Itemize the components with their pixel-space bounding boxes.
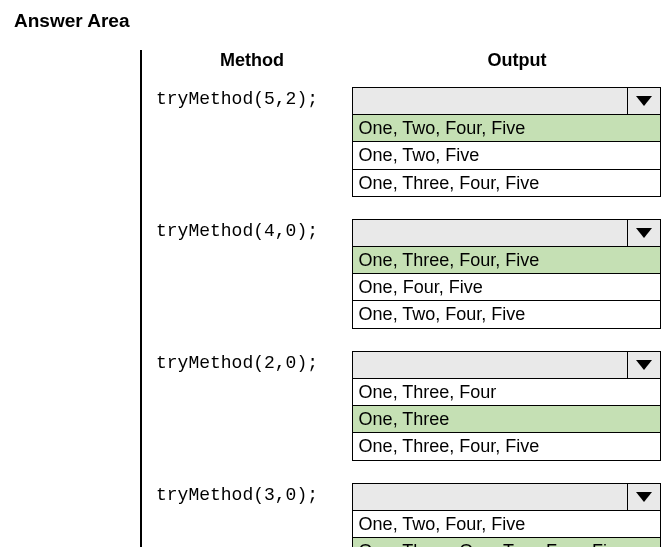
dropdown-display (353, 88, 628, 114)
output-cell: One, Three, Four, Five One, Four, Five O… (352, 219, 661, 329)
dropdown-option[interactable]: One, Three, Four (353, 379, 660, 406)
chevron-down-icon (636, 360, 652, 370)
dropdown-option[interactable]: One, Two, Four, Five (353, 511, 660, 538)
output-cell: One, Two, Four, Five One, Three, One, Tw… (352, 483, 661, 547)
method-call: tryMethod(3,0); (142, 483, 352, 547)
column-headers: Method Output (142, 50, 661, 71)
dropdown-arrow-button[interactable] (628, 88, 660, 114)
dropdown-arrow-button[interactable] (628, 220, 660, 246)
dropdown-option[interactable]: One, Three (353, 406, 660, 433)
dropdown-display (353, 352, 628, 378)
dropdown-display (353, 220, 628, 246)
method-call: tryMethod(5,2); (142, 87, 352, 197)
question-row: tryMethod(2,0); One, Three, Four One, Th… (142, 351, 661, 461)
svg-marker-1 (636, 228, 652, 238)
method-call: tryMethod(2,0); (142, 351, 352, 461)
question-row: tryMethod(3,0); One, Two, Four, Five One… (142, 483, 661, 547)
dropdown[interactable] (352, 351, 661, 379)
dropdown[interactable] (352, 219, 661, 247)
dropdown-options: One, Two, Four, Five One, Three, One, Tw… (352, 511, 661, 547)
chevron-down-icon (636, 96, 652, 106)
question-row: tryMethod(4,0); One, Three, Four, Five O… (142, 219, 661, 329)
dropdown-option[interactable]: One, Four, Five (353, 274, 660, 301)
dropdown[interactable] (352, 483, 661, 511)
dropdown[interactable] (352, 87, 661, 115)
dropdown-option[interactable]: One, Three, One, Two, Four, Five (353, 538, 660, 547)
svg-marker-3 (636, 492, 652, 502)
dropdown-option[interactable]: One, Two, Four, Five (353, 301, 660, 327)
dropdown-options: One, Three, Four, Five One, Four, Five O… (352, 247, 661, 329)
dropdown-arrow-button[interactable] (628, 352, 660, 378)
method-header: Method (142, 50, 352, 71)
page-title: Answer Area (10, 10, 661, 32)
dropdown-arrow-button[interactable] (628, 484, 660, 510)
svg-marker-0 (636, 96, 652, 106)
dropdown-display (353, 484, 628, 510)
svg-marker-2 (636, 360, 652, 370)
dropdown-option[interactable]: One, Three, Four, Five (353, 247, 660, 274)
chevron-down-icon (636, 228, 652, 238)
chevron-down-icon (636, 492, 652, 502)
dropdown-option[interactable]: One, Three, Four, Five (353, 433, 660, 459)
output-cell: One, Two, Four, Five One, Two, Five One,… (352, 87, 661, 197)
dropdown-option[interactable]: One, Two, Five (353, 142, 660, 169)
dropdown-option[interactable]: One, Three, Four, Five (353, 170, 660, 196)
dropdown-option[interactable]: One, Two, Four, Five (353, 115, 660, 142)
output-header: Output (352, 50, 642, 71)
answer-area: Method Output tryMethod(5,2); One, Two, … (140, 50, 661, 547)
question-row: tryMethod(5,2); One, Two, Four, Five One… (142, 87, 661, 197)
method-call: tryMethod(4,0); (142, 219, 352, 329)
dropdown-options: One, Three, Four One, Three One, Three, … (352, 379, 661, 461)
output-cell: One, Three, Four One, Three One, Three, … (352, 351, 661, 461)
dropdown-options: One, Two, Four, Five One, Two, Five One,… (352, 115, 661, 197)
